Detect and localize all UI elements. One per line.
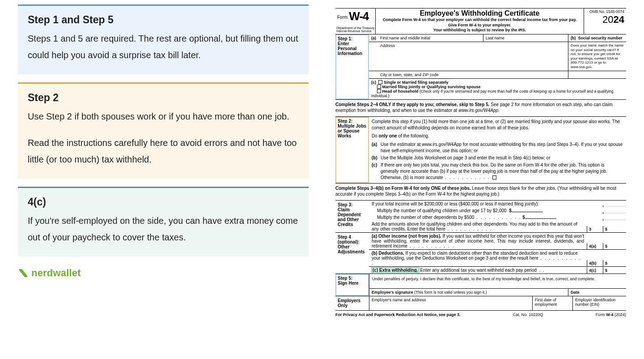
step2-row: Step 2: Multiple Jobs or Spouse Works Co… — [335, 116, 626, 184]
card-body: Steps 1 and 5 are required. The rest are… — [28, 30, 299, 64]
step-desc: Enter Personal Information — [338, 41, 362, 56]
step-desc: Other Adjustments — [338, 244, 365, 254]
line-4c-num: 4(c) — [587, 267, 603, 274]
fs-single: Single or Married filing separately — [384, 80, 449, 85]
footer-right: Form W-4 (2024) — [596, 312, 626, 317]
address-field[interactable]: Address — [369, 42, 568, 71]
last-name-field[interactable]: Last name — [483, 34, 568, 42]
form-sub: Complete Form W-4 so that your employer … — [378, 17, 581, 23]
step5-label-cell: Step 5: Sign Here — [335, 274, 369, 296]
fs-hoh: Head of household (Check only if you're … — [371, 89, 614, 98]
step-label: Step 5: — [338, 276, 352, 281]
step4-label-cell: Step 4 (optional): Other Adjustments — [335, 233, 369, 274]
year-bold: 24 — [614, 14, 624, 25]
card-body: Use Step 2 if both spouses work or if yo… — [28, 108, 299, 125]
employers-label: Employers Only — [335, 296, 369, 310]
card-step1-5: Step 1 and Step 5 Steps 1 and 5 are requ… — [18, 4, 309, 74]
form-word: Form — [337, 15, 347, 20]
step2-only: Do only one of the following. — [372, 131, 623, 141]
ssn-note: Does your name match the name on your so… — [568, 42, 626, 71]
first-date-field[interactable]: First date of employment — [532, 296, 572, 310]
step1-a-label: (a) — [369, 34, 378, 42]
step3-other-dep-amount[interactable] — [525, 218, 556, 219]
footer-left: For Privacy Act and Paperwork Reduction … — [335, 312, 460, 317]
form-sub: Your withholding is subject to review by… — [378, 28, 581, 33]
ein-field[interactable]: Employer identification number (EIN) — [572, 296, 626, 310]
form-code: W-4 — [349, 9, 369, 23]
step4b: (b) Deductions. If you expect to claim d… — [369, 250, 587, 266]
line-3-num: 3 — [587, 226, 603, 232]
step-label: Step 1: — [338, 36, 352, 41]
step4-row: Step 4 (optional): Other Adjustments (a)… — [335, 233, 626, 274]
line-4b-value[interactable]: $ — [603, 260, 626, 266]
note-steps-2-4: Complete Steps 2–4 ONLY if they apply to… — [335, 100, 626, 116]
step3-line1: Multiply the number of qualifying childr… — [369, 207, 587, 214]
c-label: (c) — [371, 80, 376, 85]
step1-label-cell: Step 1: Enter Personal Information — [335, 34, 369, 99]
dept-line: Department of the Treasury — [336, 26, 374, 30]
step3-intro: If your total income will be $200,000 or… — [369, 201, 587, 207]
form-header: Form W-4 Department of the Treasury Inte… — [335, 9, 626, 34]
line-4c-value[interactable]: $ — [603, 267, 626, 274]
card-body: Read the instructions carefully here to … — [28, 135, 299, 168]
checkbox-hoh[interactable] — [377, 89, 381, 93]
w4-form: Form W-4 Department of the Treasury Inte… — [322, 0, 644, 359]
form-footer: For Privacy Act and Paperwork Reduction … — [335, 310, 626, 317]
line-4a-value[interactable]: $ — [603, 243, 626, 249]
step2-label-cell: Step 2: Multiple Jobs or Spouse Works — [335, 117, 369, 183]
line-4b-num: 4(b) — [587, 260, 603, 266]
date-field[interactable]: Date — [568, 289, 626, 296]
step2-b: Use the Multiple Jobs Worksheet on page … — [381, 155, 623, 161]
year-prefix: 20 — [602, 14, 613, 25]
b-label: (b) — [571, 36, 576, 40]
step4c: (c) Extra withholding. Enter any additio… — [369, 267, 587, 274]
checkbox-mfj[interactable] — [377, 85, 381, 89]
card-title: 4(c) — [28, 196, 299, 208]
line-4a-num: 4(a) — [587, 243, 603, 249]
brand-text: nerdwallet — [31, 267, 81, 279]
city-field[interactable]: City or town, state, and ZIP code — [369, 71, 568, 78]
footer-center: Cat. No. 10220Q — [513, 312, 543, 317]
dept-line: Internal Revenue Service — [336, 30, 374, 33]
employers-row: Employers Only Employer's name and addre… — [335, 296, 626, 310]
signature-field[interactable]: Employee's signature (This form is not v… — [369, 289, 568, 296]
step4a: (a) Other income (not from jobs). If you… — [369, 233, 587, 249]
step-label: Step 4 (optional): — [338, 235, 360, 244]
form-title: Employee's Withholding Certificate — [378, 9, 581, 17]
card-step2: Step 2 Use Step 2 if both spouses work o… — [18, 82, 309, 179]
card-4c: 4(c) If you're self-employed on the side… — [18, 187, 309, 256]
step-desc: Multiple Jobs or Spouse Works — [338, 124, 366, 138]
explainer-column: Step 1 and Step 5 Steps 1 and 5 are requ… — [0, 0, 322, 359]
note-steps-3-4b: Complete Steps 3–4(b) on Form W-4 for on… — [335, 184, 626, 200]
step-label: Step 2: — [338, 119, 352, 124]
step2-intro: Complete this step if you (1) hold more … — [372, 119, 623, 131]
omb-number: OMB No. 1545-0074 — [586, 9, 624, 14]
step2-c: If there are only two jobs total, you ma… — [381, 162, 623, 181]
step-desc: Sign Here — [338, 281, 359, 286]
brand-logo: nerdwallet — [18, 267, 309, 279]
step3-row: Step 3: Claim Dependent and Other Credit… — [335, 200, 626, 233]
step1-row: Step 1: Enter Personal Information (a) F… — [335, 34, 626, 100]
form-sub: Give Form W-4 to your employer. — [378, 23, 581, 28]
step5-row: Step 5: Sign Here Under penalties of per… — [335, 274, 626, 296]
step-desc: Claim Dependent and Other Credits — [338, 207, 361, 227]
step3-child-amount[interactable] — [512, 212, 543, 212]
employer-name-field[interactable]: Employer's name and address — [369, 296, 532, 310]
ssn-label: Social security number — [578, 36, 623, 40]
step3-line3: Add the amounts above for qualifying chi… — [369, 221, 587, 232]
ssn-field[interactable]: (b) Social security number — [568, 34, 626, 42]
step3-label-cell: Step 3: Claim Dependent and Other Credit… — [335, 201, 369, 232]
step3-line2: Multiply the number of other dependents … — [369, 214, 587, 221]
line-3-value[interactable]: $ — [603, 226, 626, 232]
first-name-field[interactable]: First name and middle initial — [378, 34, 483, 42]
checkbox-two-jobs[interactable] — [492, 175, 496, 180]
card-body: If you're self-employed on the side, you… — [28, 213, 299, 246]
step2-a: Use the estimator at www.irs.gov/W4App f… — [381, 141, 623, 154]
perjury-declaration: Under penalties of perjury, I declare th… — [369, 274, 626, 288]
step-label: Step 3: — [338, 202, 352, 207]
nerdwallet-icon — [18, 268, 29, 278]
fs-mfj: Married filing jointly or Qualifying sur… — [382, 85, 481, 89]
card-title: Step 2 — [28, 92, 299, 104]
card-title: Step 1 and Step 5 — [28, 14, 299, 26]
checkbox-single[interactable] — [378, 80, 382, 84]
